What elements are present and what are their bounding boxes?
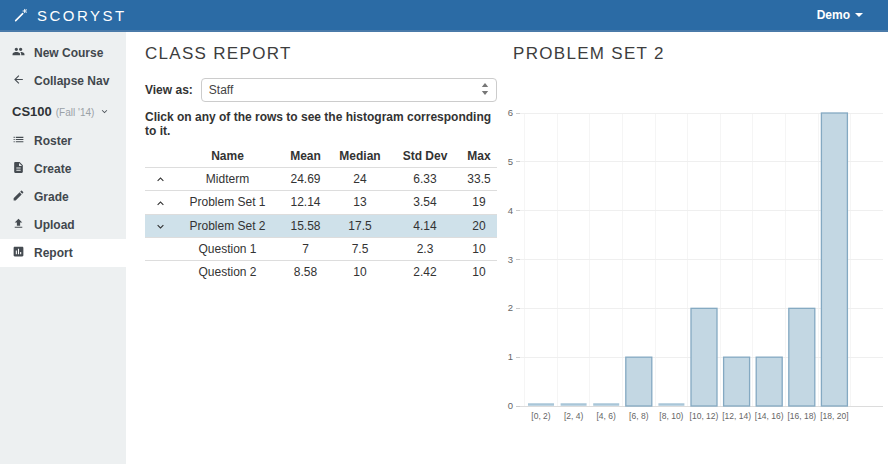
table-row-problem-set-2[interactable]: Problem Set 215.5817.54.1420	[145, 214, 497, 237]
column-header-name: Name	[175, 145, 280, 168]
cell-median: 13	[331, 191, 389, 214]
histogram-bar	[821, 113, 847, 406]
cell-mean: 15.58	[280, 214, 331, 237]
histogram-bar	[756, 357, 782, 406]
sidebar-item-upload[interactable]: Upload	[0, 211, 126, 239]
wand-icon	[13, 7, 29, 23]
svg-text:6: 6	[508, 107, 513, 118]
view-as-row: View as: Staff	[145, 78, 497, 102]
cell-mean: 12.14	[280, 191, 331, 214]
svg-text:2: 2	[508, 302, 513, 313]
select-stepper-icon	[481, 82, 489, 99]
cell-name: Problem Set 1	[175, 191, 280, 214]
sidebar-item-label: Collapse Nav	[34, 74, 109, 88]
sidebar-item-new-course[interactable]: New Course	[0, 39, 126, 67]
cell-std_dev: 2.3	[389, 237, 461, 260]
sidebar: New Course Collapse Nav CS100 (Fall '14)…	[0, 32, 126, 464]
svg-text:0: 0	[508, 400, 513, 411]
histogram-title: PROBLEM SET 2	[513, 44, 665, 64]
table-row-problem-set-1[interactable]: Problem Set 112.14133.5419	[145, 191, 497, 214]
user-menu[interactable]: Demo	[817, 8, 863, 22]
view-as-select[interactable]: Staff	[201, 78, 497, 102]
cell-median: 17.5	[331, 214, 389, 237]
course-code: CS100	[12, 104, 52, 119]
cell-mean: 7	[280, 237, 331, 260]
cell-median: 10	[331, 260, 389, 283]
cell-max: 10	[461, 260, 497, 283]
cell-name: Question 1	[175, 237, 280, 260]
histogram-bar	[724, 357, 750, 406]
sidebar-item-label: Grade	[34, 190, 69, 204]
svg-text:1: 1	[508, 351, 513, 362]
sidebar-course-header[interactable]: CS100 (Fall '14)	[0, 95, 126, 127]
class-report-panel: CLASS REPORT View as: Staff Click on any…	[145, 44, 497, 283]
cell-max: 33.5	[461, 168, 497, 191]
cell-name: Question 2	[175, 260, 280, 283]
arrow-left-icon	[12, 73, 25, 89]
svg-text:[6, 8): [6, 8)	[629, 411, 649, 421]
pencil-icon	[12, 189, 25, 205]
sidebar-item-report[interactable]: Report	[0, 239, 126, 267]
column-header-median: Median	[331, 145, 389, 168]
upload-icon	[12, 217, 25, 233]
cell-mean: 24.69	[280, 168, 331, 191]
table-header-row: Name Mean Median Std Dev Max	[145, 145, 497, 168]
svg-text:4: 4	[508, 205, 513, 216]
page-title: CLASS REPORT	[145, 44, 497, 64]
cell-std_dev: 4.14	[389, 214, 461, 237]
course-term: (Fall '14)	[56, 107, 95, 118]
sidebar-item-create[interactable]: Create	[0, 155, 126, 183]
svg-text:[8, 10): [8, 10)	[659, 411, 683, 421]
cell-max: 20	[461, 214, 497, 237]
users-icon	[12, 45, 25, 61]
cell-max: 19	[461, 191, 497, 214]
chevron-up-icon[interactable]	[154, 197, 167, 210]
histogram-bar	[691, 308, 717, 406]
sidebar-item-label: Roster	[34, 134, 72, 148]
column-header-expander	[145, 145, 175, 168]
column-header-std-dev: Std Dev	[389, 145, 461, 168]
sidebar-item-grade[interactable]: Grade	[0, 183, 126, 211]
column-header-max: Max	[461, 145, 497, 168]
svg-text:3: 3	[508, 254, 513, 265]
expander-cell	[145, 214, 175, 237]
sidebar-item-label: Report	[34, 246, 73, 260]
chevron-down-icon[interactable]	[154, 220, 167, 233]
cell-median: 24	[331, 168, 389, 191]
cell-name: Problem Set 2	[175, 214, 280, 237]
table-row-midterm[interactable]: Midterm24.69246.3333.5	[145, 168, 497, 191]
sidebar-item-collapse-nav[interactable]: Collapse Nav	[0, 67, 126, 95]
table-row-question-2[interactable]: Question 28.58102.4210	[145, 260, 497, 283]
histogram-chart: 0123456[0, 2)[2, 4)[4, 6)[6, 8)[8, 10)[1…	[505, 94, 885, 439]
chevron-up-icon[interactable]	[154, 173, 167, 186]
sidebar-item-label: Upload	[34, 218, 75, 232]
expander-cell	[145, 260, 175, 283]
svg-text:[12, 14): [12, 14)	[722, 411, 751, 421]
cell-name: Midterm	[175, 168, 280, 191]
chevron-down-icon	[94, 102, 110, 120]
svg-text:[2, 4): [2, 4)	[564, 411, 584, 421]
table-hint-text: Click on any of the rows to see the hist…	[145, 110, 497, 138]
sidebar-item-roster[interactable]: Roster	[0, 127, 126, 155]
histogram-bar	[626, 357, 652, 406]
cell-median: 7.5	[331, 237, 389, 260]
svg-text:[10, 12): [10, 12)	[690, 411, 719, 421]
table-row-question-1[interactable]: Question 177.52.310	[145, 237, 497, 260]
view-as-label: View as:	[145, 83, 193, 97]
top-navbar: SCORYST Demo	[0, 0, 888, 32]
expander-cell	[145, 168, 175, 191]
list-icon	[12, 133, 25, 149]
cell-std_dev: 3.54	[389, 191, 461, 214]
brand-text: SCORYST	[37, 7, 127, 24]
cell-std_dev: 2.42	[389, 260, 461, 283]
svg-text:[4, 6): [4, 6)	[597, 411, 617, 421]
view-as-value: Staff	[209, 83, 233, 97]
svg-text:[18, 20]: [18, 20]	[820, 411, 848, 421]
bar-chart-icon	[12, 245, 25, 261]
svg-text:5: 5	[508, 156, 513, 167]
brand-logo[interactable]: SCORYST	[13, 7, 127, 24]
cell-std_dev: 6.33	[389, 168, 461, 191]
sidebar-item-label: New Course	[34, 46, 103, 60]
caret-down-icon	[855, 13, 863, 17]
cell-max: 10	[461, 237, 497, 260]
